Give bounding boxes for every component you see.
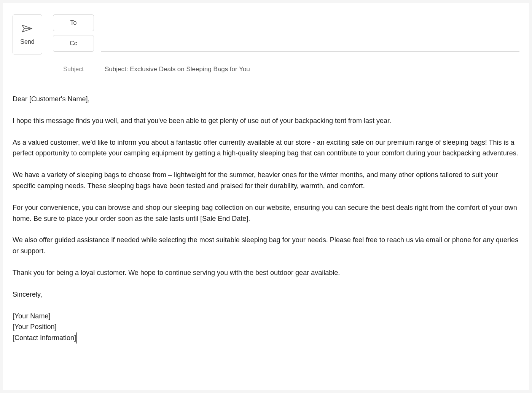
- subject-input[interactable]: [101, 62, 519, 76]
- body-paragraph: As a valued customer, we'd like to infor…: [13, 137, 519, 159]
- cc-input[interactable]: [101, 35, 519, 52]
- signature-position: [Your Position]: [13, 321, 519, 332]
- cc-button[interactable]: Cc: [53, 35, 94, 52]
- body-paragraph: I hope this message finds you well, and …: [13, 115, 519, 126]
- fields-section: To Cc Subject: [53, 14, 519, 76]
- subject-label: Subject: [53, 66, 94, 73]
- send-button[interactable]: Send: [13, 14, 42, 54]
- signature-name: [Your Name]: [13, 311, 519, 322]
- body-greeting: Dear [Customer's Name],: [13, 94, 519, 105]
- body-paragraph: For your convenience, you can browse and…: [13, 202, 519, 224]
- body-paragraph: We also offer guided assistance if neede…: [13, 235, 519, 257]
- header-section: Send To Cc Subject: [3, 3, 529, 82]
- to-button[interactable]: To: [53, 14, 94, 31]
- body-paragraph: Thank you for being a loyal customer. We…: [13, 267, 519, 278]
- subject-row: Subject: [53, 62, 519, 76]
- send-icon: [21, 24, 33, 33]
- cc-row: Cc: [53, 35, 519, 52]
- compose-window: Send To Cc Subject Dear [Customer's Name…: [3, 3, 529, 390]
- body-closing: Sincerely,: [13, 289, 519, 300]
- email-body[interactable]: Dear [Customer's Name], I hope this mess…: [3, 82, 529, 353]
- send-label: Send: [20, 38, 34, 45]
- to-input[interactable]: [101, 14, 519, 31]
- to-row: To: [53, 14, 519, 31]
- signature-contact: [Contact Information]: [13, 332, 519, 343]
- body-paragraph: We have a variety of sleeping bags to ch…: [13, 169, 519, 192]
